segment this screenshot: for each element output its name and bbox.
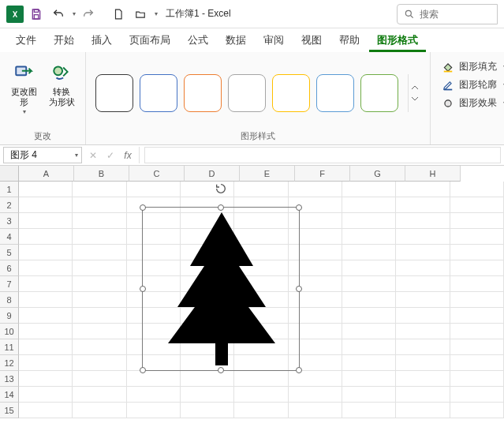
formula-input[interactable] bbox=[144, 147, 501, 163]
cell[interactable] bbox=[19, 403, 73, 418]
cell[interactable] bbox=[342, 245, 396, 260]
cell[interactable] bbox=[396, 355, 450, 371]
style-swatch-1[interactable] bbox=[95, 74, 133, 112]
tab-formulas[interactable]: 公式 bbox=[180, 30, 216, 52]
cell[interactable] bbox=[73, 197, 126, 213]
tab-data[interactable]: 数据 bbox=[218, 30, 254, 52]
cell[interactable] bbox=[342, 182, 396, 197]
style-swatch-4[interactable] bbox=[228, 74, 266, 112]
cell[interactable] bbox=[450, 182, 504, 197]
cell[interactable] bbox=[396, 339, 450, 355]
cell[interactable] bbox=[450, 371, 504, 387]
tab-insert[interactable]: 插入 bbox=[84, 30, 120, 52]
row-header[interactable]: 3 bbox=[0, 213, 19, 229]
cell[interactable] bbox=[181, 371, 234, 387]
cell[interactable] bbox=[19, 229, 73, 245]
fx-icon[interactable]: fx bbox=[120, 148, 136, 163]
shape-effects-button[interactable]: 图形效果▾ bbox=[442, 96, 504, 110]
cell[interactable] bbox=[19, 213, 73, 229]
cell[interactable] bbox=[19, 355, 73, 371]
cell[interactable] bbox=[342, 276, 396, 292]
cell[interactable] bbox=[396, 308, 450, 324]
selected-shape[interactable] bbox=[142, 207, 300, 371]
resize-handle-sw[interactable] bbox=[140, 367, 146, 373]
row-header[interactable]: 5 bbox=[0, 245, 19, 260]
cell[interactable] bbox=[342, 339, 396, 355]
row-header[interactable]: 10 bbox=[0, 324, 19, 339]
undo-icon[interactable] bbox=[49, 5, 68, 24]
resize-handle-e[interactable] bbox=[296, 286, 302, 292]
cell[interactable] bbox=[181, 387, 234, 403]
cell[interactable] bbox=[342, 403, 396, 418]
shape-fill-button[interactable]: 图形填充▾ bbox=[442, 60, 504, 73]
shape-outline-button[interactable]: 图形轮廓▾ bbox=[442, 78, 504, 92]
cell[interactable] bbox=[342, 213, 396, 229]
accept-formula-icon[interactable]: ✓ bbox=[103, 148, 118, 163]
style-swatch-5[interactable] bbox=[272, 74, 310, 112]
row-header[interactable]: 6 bbox=[0, 260, 19, 276]
cell[interactable] bbox=[342, 292, 396, 308]
tab-help[interactable]: 帮助 bbox=[331, 30, 368, 52]
tab-file[interactable]: 文件 bbox=[8, 30, 44, 52]
cell[interactable] bbox=[450, 308, 504, 324]
cell[interactable] bbox=[19, 387, 73, 403]
cell[interactable] bbox=[73, 355, 126, 371]
col-header[interactable]: C bbox=[129, 166, 185, 182]
cell[interactable] bbox=[73, 339, 126, 355]
new-file-icon[interactable] bbox=[109, 5, 128, 24]
convert-to-shape-button[interactable]: 转换 为形状 bbox=[44, 57, 79, 118]
tab-shape-format[interactable]: 图形格式 bbox=[369, 30, 426, 52]
cell[interactable] bbox=[342, 387, 396, 403]
change-shape-button[interactable]: 更改图 形 ▾ bbox=[6, 57, 41, 118]
undo-dropdown-icon[interactable]: ▾ bbox=[73, 10, 76, 17]
search-input[interactable]: 搜索 bbox=[397, 4, 498, 24]
tab-page-layout[interactable]: 页面布局 bbox=[121, 30, 178, 52]
cell[interactable] bbox=[396, 276, 450, 292]
row-header[interactable]: 1 bbox=[0, 182, 19, 197]
cell[interactable] bbox=[19, 339, 73, 355]
col-header[interactable]: E bbox=[240, 166, 295, 182]
resize-handle-n[interactable] bbox=[218, 204, 224, 211]
cell[interactable] bbox=[234, 371, 288, 387]
col-header[interactable]: B bbox=[74, 166, 129, 182]
cell[interactable] bbox=[396, 245, 450, 260]
cell[interactable] bbox=[342, 324, 396, 339]
cell[interactable] bbox=[396, 229, 450, 245]
cell[interactable] bbox=[73, 324, 126, 339]
save-icon[interactable] bbox=[27, 5, 46, 24]
tab-view[interactable]: 视图 bbox=[293, 30, 330, 52]
cell[interactable] bbox=[73, 308, 126, 324]
cell[interactable] bbox=[289, 371, 342, 387]
cancel-formula-icon[interactable]: ✕ bbox=[85, 148, 101, 163]
row-header[interactable]: 12 bbox=[0, 355, 19, 371]
style-swatch-6[interactable] bbox=[316, 74, 354, 112]
cell[interactable] bbox=[396, 260, 450, 276]
cell[interactable] bbox=[450, 213, 504, 229]
cell[interactable] bbox=[127, 403, 181, 418]
col-header[interactable]: F bbox=[295, 166, 350, 182]
cell[interactable] bbox=[450, 387, 504, 403]
cell[interactable] bbox=[289, 182, 342, 197]
cell[interactable] bbox=[342, 308, 396, 324]
cell[interactable] bbox=[234, 403, 288, 418]
cell[interactable] bbox=[73, 371, 126, 387]
cell[interactable] bbox=[396, 324, 450, 339]
cell[interactable] bbox=[19, 245, 73, 260]
cell[interactable] bbox=[73, 276, 126, 292]
row-header[interactable]: 13 bbox=[0, 371, 19, 387]
resize-handle-ne[interactable] bbox=[296, 204, 302, 211]
col-header[interactable]: H bbox=[405, 166, 461, 182]
cell[interactable] bbox=[73, 245, 126, 260]
cell[interactable] bbox=[19, 324, 73, 339]
row-header[interactable]: 4 bbox=[0, 229, 19, 245]
cell[interactable] bbox=[396, 292, 450, 308]
row-header[interactable]: 15 bbox=[0, 403, 19, 418]
style-swatch-2[interactable] bbox=[140, 74, 177, 112]
cell[interactable] bbox=[234, 387, 288, 403]
cell[interactable] bbox=[396, 387, 450, 403]
col-header[interactable]: A bbox=[19, 166, 74, 182]
cell[interactable] bbox=[73, 403, 126, 418]
tab-review[interactable]: 审阅 bbox=[256, 30, 292, 52]
cell[interactable] bbox=[396, 371, 450, 387]
open-folder-icon[interactable] bbox=[131, 5, 150, 24]
